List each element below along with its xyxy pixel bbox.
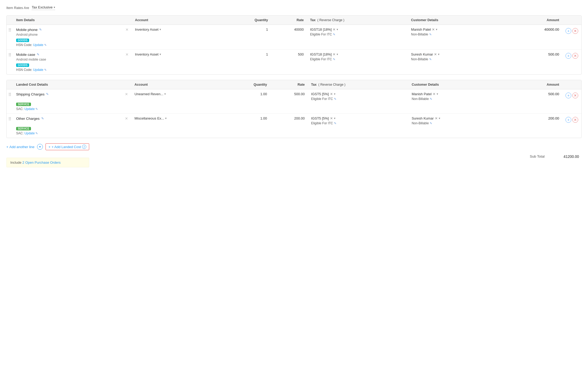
non-billable-edit[interactable]: ✎ <box>430 122 432 125</box>
lc-quantity-header: Quantity <box>226 80 270 89</box>
customer-clear-icon[interactable]: ✕ <box>435 116 438 120</box>
landed-cost-table-wrapper: Landed Cost Details Account Quantity Rat… <box>6 80 582 138</box>
tax-value: IGST18 [18%] <box>310 28 332 31</box>
non-billable-edit[interactable]: ✎ <box>429 58 432 61</box>
amount-cell: 500.00 <box>503 50 562 75</box>
rate-cell[interactable]: 200.00 <box>270 114 308 138</box>
tax-clear-icon[interactable]: ✕ <box>333 28 336 31</box>
hsn-sac-edit-icon[interactable]: ✎ <box>44 68 47 71</box>
row-remove-icon[interactable]: ✕ <box>572 28 578 34</box>
amount-value: 500.00 <box>548 52 559 56</box>
tax-exclusive-select[interactable]: Tax Exclusive ▾ <box>32 5 55 10</box>
account-cell: Miscellaneous Ex... ▾ <box>131 114 226 138</box>
landed-cost-table-header: Landed Cost Details Account Quantity Rat… <box>7 80 581 89</box>
customer-clear-icon[interactable]: ✕ <box>434 52 437 56</box>
row-remove-icon[interactable]: ✕ <box>572 93 578 98</box>
account-cell: Unearned Reven... ▾ <box>131 89 226 114</box>
customer-clear-icon[interactable]: ✕ <box>433 92 436 96</box>
row-actions-cell: + ✕ <box>562 89 581 114</box>
customer-chevron[interactable]: ▾ <box>439 117 440 120</box>
item-edit-icon[interactable]: ✎ <box>39 28 42 31</box>
eligible-itc-label: Eligible For ITC <box>311 121 333 125</box>
tax-value: IGST5 [5%] <box>311 92 329 96</box>
tax-chevron[interactable]: ▾ <box>337 28 338 31</box>
tax-chevron[interactable]: ▾ <box>337 53 338 56</box>
hsn-sac-update-link[interactable]: Update <box>24 131 35 135</box>
non-billable-edit[interactable]: ✎ <box>429 33 432 36</box>
non-billable-edit[interactable]: ✎ <box>430 97 432 101</box>
add-another-line-btn[interactable]: + Add another line <box>6 145 34 149</box>
table-row: ⠿ Mobile case ✎ ✕ Android mobile case GO… <box>7 50 581 75</box>
eligible-itc-edit[interactable]: ✎ <box>334 122 336 125</box>
customer-name: Suresh Kumar <box>412 116 434 120</box>
row-remove-icon[interactable]: ✕ <box>572 117 578 123</box>
amount-header: Amount <box>503 16 562 25</box>
customer-chevron[interactable]: ▾ <box>437 92 438 96</box>
hsn-sac-update-link[interactable]: Update <box>33 68 43 72</box>
amount-value: 200.00 <box>548 116 559 120</box>
add-landed-info-icon[interactable]: i <box>82 145 86 149</box>
row-add-icon[interactable]: + <box>566 93 571 98</box>
hsn-sac-update-link[interactable]: Update <box>33 43 43 47</box>
rate-cell[interactable]: 500 <box>271 50 307 75</box>
row-add-icon[interactable]: + <box>566 117 571 123</box>
quantity-cell[interactable]: 1.00 <box>226 89 270 114</box>
tax-chevron[interactable]: ▾ <box>334 92 336 96</box>
item-close-icon[interactable]: ✕ <box>125 92 128 96</box>
tax-clear-icon[interactable]: ✕ <box>333 52 336 56</box>
drag-handle[interactable]: ⠿ <box>7 114 13 138</box>
tax-exclusive-value: Tax Exclusive <box>32 5 53 9</box>
customer-chevron[interactable]: ▾ <box>438 53 440 56</box>
hsn-sac-edit-icon[interactable]: ✎ <box>35 132 38 135</box>
amount-value: 500.00 <box>548 92 559 96</box>
item-edit-icon[interactable]: ✎ <box>37 53 39 56</box>
customer-clear-icon[interactable]: ✕ <box>432 28 435 31</box>
eligible-itc-edit[interactable]: ✎ <box>334 97 336 101</box>
item-close-icon[interactable]: ✕ <box>125 116 128 121</box>
eligible-itc-edit[interactable]: ✎ <box>333 33 335 36</box>
rate-cell[interactable]: 500.00 <box>270 89 308 114</box>
add-line-dropdown[interactable]: ▾ <box>37 144 43 150</box>
non-billable: Non-Billable ✎ <box>411 57 500 61</box>
account-value: Inventory Asset <box>135 52 159 56</box>
add-landed-cost-btn[interactable]: + + Add Landed Cost i <box>46 143 89 150</box>
non-billable-label: Non-Billable <box>411 57 428 61</box>
lc-details-header: Landed Cost Details <box>13 80 131 89</box>
item-close-icon[interactable]: ✕ <box>125 52 129 57</box>
tax-clear-icon[interactable]: ✕ <box>330 92 333 96</box>
amount-cell: 500.00 <box>503 89 562 114</box>
quantity-cell[interactable]: 1 <box>227 25 271 50</box>
open-po-link[interactable]: 2 Open Purchase Orders <box>22 161 61 164</box>
row-add-icon[interactable]: + <box>566 28 571 34</box>
quantity-cell[interactable]: 1 <box>227 50 271 75</box>
rate-cell[interactable]: 40000 <box>271 25 307 50</box>
row-remove-icon[interactable]: ✕ <box>572 53 578 59</box>
hsn-sac-edit-icon[interactable]: ✎ <box>44 43 47 47</box>
drag-handle[interactable]: ⠿ <box>7 89 13 114</box>
account-chevron: ▾ <box>165 117 167 120</box>
hsn-sac-update-link[interactable]: Update <box>24 107 35 111</box>
account-select[interactable]: Inventory Asset ▾ <box>135 52 224 56</box>
item-rates-label: Item Rates Are <box>6 6 29 10</box>
tax-clear-icon[interactable]: ✕ <box>330 116 333 120</box>
hsn-sac-edit-icon[interactable]: ✎ <box>35 107 38 111</box>
quantity-cell[interactable]: 1.00 <box>226 114 270 138</box>
add-line-label: Add another line <box>10 145 35 149</box>
account-select[interactable]: Unearned Reven... ▾ <box>134 92 223 96</box>
item-edit-icon[interactable]: ✎ <box>46 92 49 96</box>
landed-cost-name-cell: Other Charges ✎ ✕ SERVICE SAC: Update ✎ <box>13 114 131 138</box>
drag-handle[interactable]: ⠿ <box>7 50 13 75</box>
tax-chevron[interactable]: ▾ <box>334 117 336 120</box>
tax-cell: IGST5 [5%] ✕ ▾ Eligible For ITC ✎ <box>308 114 409 138</box>
item-table-wrapper: Item Details Account Quantity Rate Tax (… <box>6 15 582 75</box>
item-edit-icon[interactable]: ✎ <box>41 117 44 120</box>
row-add-icon[interactable]: + <box>566 53 571 59</box>
account-select[interactable]: Inventory Asset ▾ <box>135 28 224 31</box>
eligible-itc-edit[interactable]: ✎ <box>333 58 335 61</box>
item-close-icon[interactable]: ✕ <box>125 28 129 32</box>
drag-handle[interactable]: ⠿ <box>7 25 13 50</box>
customer-chevron[interactable]: ▾ <box>436 28 437 31</box>
item-details-header: Item Details <box>13 16 132 25</box>
account-select[interactable]: Miscellaneous Ex... ▾ <box>134 116 223 120</box>
eligible-itc: Eligible For ITC ✎ <box>310 57 405 61</box>
